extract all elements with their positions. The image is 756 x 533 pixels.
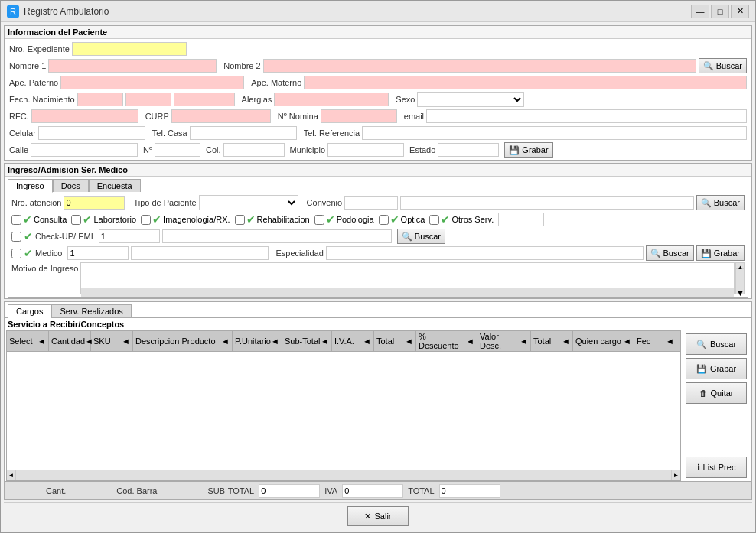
buscar-button[interactable]: 🔍 Buscar: [699, 58, 747, 73]
col-input[interactable]: [223, 143, 285, 157]
rehabilitacion-checkbox[interactable]: [235, 215, 245, 225]
ape-paterno-input[interactable]: [60, 76, 244, 89]
right-buttons-panel: 🔍 Buscar 💾 Grabar 🗑 Quitar ℹ List Prec: [683, 330, 751, 481]
tab-encuesta[interactable]: Encuesta: [89, 179, 141, 192]
buscar-convenio-button[interactable]: 🔍 Buscar: [696, 195, 745, 210]
col-desc-label: Descripcion Producto: [135, 336, 216, 346]
vscroll-up[interactable]: ▲: [736, 263, 744, 269]
consulta-checkbox[interactable]: [11, 215, 21, 225]
search-icon5: 🔍: [696, 340, 707, 349]
convenio-input[interactable]: [344, 196, 398, 210]
tab-docs[interactable]: Docs: [53, 179, 89, 192]
grabar-paciente-button[interactable]: 💾 Grabar: [504, 142, 552, 158]
fech-dia-input[interactable]: [77, 93, 123, 106]
nro-atencion-label: Nro. atencion: [11, 198, 61, 207]
imagenologia-check-icon: ✔: [152, 213, 161, 226]
close-button[interactable]: ✕: [731, 5, 749, 18]
col-punitario-label: P.Unitario: [235, 336, 271, 346]
nombre1-input[interactable]: [48, 59, 217, 73]
municipio-input[interactable]: [327, 143, 404, 157]
col-fec-arrow[interactable]: ◄: [666, 336, 674, 346]
col-total1-arrow[interactable]: ◄: [405, 336, 413, 346]
rfc-input[interactable]: [31, 109, 138, 123]
maximize-button[interactable]: □: [711, 5, 729, 18]
no-input[interactable]: [155, 143, 200, 157]
save-icon3: 💾: [696, 364, 707, 374]
otros-checkbox[interactable]: [429, 215, 439, 225]
especialidad-input[interactable]: [326, 246, 644, 260]
expediente-input[interactable]: [72, 42, 187, 56]
tel-casa-input[interactable]: [190, 126, 297, 140]
medico-input[interactable]: [67, 246, 129, 260]
tipo-paciente-select[interactable]: [199, 195, 298, 210]
checkup-input[interactable]: [99, 229, 160, 243]
otros-input[interactable]: [498, 213, 544, 226]
buscar-checkup-button[interactable]: 🔍 Buscar: [397, 229, 445, 244]
medico-checkbox[interactable]: [11, 249, 21, 258]
nro-atencion-input[interactable]: [64, 196, 125, 210]
celular-input[interactable]: [38, 126, 145, 140]
col-descuento-arrow[interactable]: ◄: [466, 336, 474, 346]
alergias-input[interactable]: [274, 93, 389, 106]
col-total2-arrow[interactable]: ◄: [562, 336, 570, 346]
col-valordesc-arrow[interactable]: ◄: [520, 336, 528, 346]
col-valordesc: Valor Desc. ◄: [477, 331, 531, 351]
col-quiencargo-arrow[interactable]: ◄: [623, 336, 631, 346]
col-fec-label: Fec: [637, 336, 650, 346]
total-input[interactable]: [439, 484, 500, 498]
nombre2-input[interactable]: [263, 59, 696, 73]
vscroll-down[interactable]: ▼: [736, 288, 744, 294]
hscroll-right[interactable]: ►: [671, 470, 680, 480]
quitar-button[interactable]: 🗑 Quitar: [686, 382, 747, 404]
cargos-section: Cargos Serv. Realizados Servicio a Recib…: [4, 301, 752, 500]
laboratorio-checkbox[interactable]: [71, 215, 81, 225]
tab-cargos[interactable]: Cargos: [8, 304, 51, 318]
email-input[interactable]: [426, 109, 747, 123]
fech-mes-input[interactable]: [125, 93, 171, 106]
minimize-button[interactable]: —: [691, 5, 709, 18]
checkup-desc-input[interactable]: [162, 229, 392, 243]
medico-name-input[interactable]: [131, 246, 269, 260]
col-select-arrow[interactable]: ◄: [37, 336, 46, 346]
exit-icon: ✕: [364, 512, 371, 522]
list-prec-button[interactable]: ℹ List Prec: [686, 457, 747, 478]
grabar-ingreso-button[interactable]: 💾 Grabar: [696, 245, 745, 261]
ape-materno-input[interactable]: [304, 76, 747, 89]
celular-label: Celular: [9, 128, 36, 138]
medico-icon: ✔: [24, 247, 33, 259]
col-sku-arrow[interactable]: ◄: [122, 336, 130, 346]
sub-total-input[interactable]: [259, 484, 320, 498]
hscroll-left[interactable]: ◄: [7, 470, 16, 480]
calle-input[interactable]: [31, 143, 138, 157]
tel-ref-input[interactable]: [362, 126, 747, 140]
col-punitario-arrow[interactable]: ◄: [271, 336, 279, 346]
tab-serv-realizados[interactable]: Serv. Realizados: [51, 304, 131, 317]
tab-ingreso[interactable]: Ingreso: [8, 179, 53, 193]
curp-input[interactable]: [171, 109, 271, 123]
sexo-select[interactable]: [417, 92, 524, 107]
col-desc-arrow[interactable]: ◄: [221, 336, 230, 346]
salir-button[interactable]: ✕ Salir: [347, 506, 409, 526]
iva-input[interactable]: [342, 484, 403, 498]
buscar-servicio-label: Buscar: [710, 340, 736, 349]
motivo-textarea[interactable]: [81, 263, 734, 286]
table-hscrollbar[interactable]: ◄ ►: [7, 470, 680, 480]
hscroll-track[interactable]: [16, 470, 671, 480]
table-area: Select ◄ Cantidad ◄ SKU ◄ Descripcion: [6, 330, 681, 481]
checkup-checkbox[interactable]: [11, 232, 21, 242]
vscroll-track[interactable]: [736, 269, 744, 288]
buscar-servicio-button[interactable]: 🔍 Buscar: [686, 333, 747, 355]
col-iva-arrow[interactable]: ◄: [363, 336, 371, 346]
optica-checkbox[interactable]: [379, 215, 389, 225]
nomina-input[interactable]: [321, 109, 397, 123]
h-scrollbar[interactable]: [81, 290, 734, 296]
podologia-checkbox[interactable]: [314, 215, 324, 225]
estado-input[interactable]: [438, 143, 499, 157]
ape-materno-label: Ape. Materno: [251, 78, 301, 87]
imagenologia-checkbox[interactable]: [141, 215, 151, 225]
grabar-servicio-button[interactable]: 💾 Grabar: [686, 358, 747, 379]
convenio-name-input[interactable]: [400, 196, 694, 210]
col-subtotal-arrow[interactable]: ◄: [321, 336, 329, 346]
fech-año-input[interactable]: [174, 93, 235, 106]
buscar-medico-button[interactable]: 🔍 Buscar: [646, 245, 694, 261]
